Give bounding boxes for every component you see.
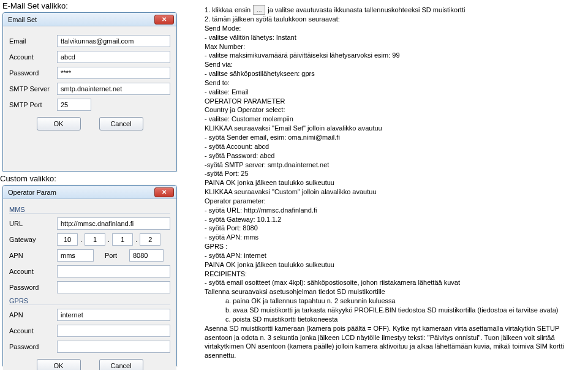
gprs-apn-label: APN <box>9 311 57 319</box>
instruction-line: 2. tämän jälkeen syötä taulukkoon seuraa… <box>205 15 584 24</box>
divider <box>9 213 170 214</box>
close-icon[interactable]: ✕ <box>154 187 174 197</box>
instruction-line: - syötä APN: internet <box>205 251 584 260</box>
ok-button[interactable]: OK <box>37 359 81 370</box>
instruction-line: b. avaa SD muistikortti ja tarkasta näky… <box>225 306 584 315</box>
dialog-title: Email Set <box>8 16 154 23</box>
email-field[interactable]: ttalvikunnas@gmail.com <box>57 35 170 47</box>
gprs-apn-field[interactable]: internet <box>57 309 170 321</box>
instruction-line: KLIKKAA seuraavaksi "Custom" jolloin ala… <box>205 187 584 197</box>
instruction-line: - valitse maksimikuvamäärä päivittäiseks… <box>205 51 584 60</box>
instruction-line: - syötä Sender email, esim: oma.nimi@mai… <box>205 133 584 142</box>
instruction-line: Send to: <box>205 78 584 88</box>
cancel-button[interactable]: Cancel <box>99 117 143 130</box>
cancel-button[interactable]: Cancel <box>99 359 143 370</box>
instruction-line: - syötä Gateway: 10.1.1.2 <box>205 215 584 224</box>
gateway-seg2[interactable]: 1 <box>85 233 105 246</box>
divider <box>9 304 170 305</box>
port-field[interactable]: 8080 <box>129 249 164 262</box>
mms-account-field[interactable] <box>57 265 170 278</box>
instruction-line: - syötä URL: http://mmsc.dnafinland.fi <box>205 206 584 215</box>
settings-button-icon: … <box>253 5 265 15</box>
gprs-account-field[interactable] <box>57 325 170 337</box>
titlebar: Operator Param ✕ <box>3 186 176 199</box>
instruction-line: - syötä Account: abcd <box>205 142 584 151</box>
instruction-line: Operator parameter: <box>205 197 584 206</box>
instruction-line: PAINA OK jonka jälkeen taulukko sulkeutu… <box>205 260 584 270</box>
instruction-line: KLIKKAA seuraavaksi "Email Set" jolloin … <box>205 124 584 133</box>
instruction-line: GPRS : <box>205 242 584 251</box>
instruction-line: - valitse sähköpostilähetykseen: gprs <box>205 69 584 78</box>
dot: . <box>135 236 137 243</box>
account-label: Account <box>9 268 57 275</box>
mms-group-header: MMS <box>9 206 170 213</box>
smtp-port-label: SMTP Port <box>9 101 57 108</box>
gateway-seg3[interactable]: 1 <box>112 233 133 246</box>
dialog-title: Operator Param <box>8 189 154 196</box>
instruction-line: Send Mode: <box>205 24 584 33</box>
ok-button[interactable]: OK <box>37 117 81 130</box>
dot: . <box>108 236 110 243</box>
password-label: Password <box>9 284 57 291</box>
titlebar: Email Set ✕ <box>3 13 176 26</box>
url-label: URL <box>9 220 57 227</box>
password-field[interactable]: **** <box>57 67 170 79</box>
gprs-account-label: Account <box>9 327 57 334</box>
account-field[interactable]: abcd <box>57 51 170 63</box>
email-label: Email <box>9 37 57 45</box>
instruction-line: Tallenna seuraavaksi asetusohjelman tied… <box>205 287 584 296</box>
gprs-password-field[interactable] <box>57 341 170 353</box>
instruction-line: c. poista SD muistikortti tietokoneesta <box>225 315 584 324</box>
instruction-line: - valitse: Customer molempiin <box>205 115 584 124</box>
instruction-line: a. paina OK ja tallennus tapahtuu n. 2 s… <box>225 296 584 306</box>
instruction-line: Max Number: <box>205 42 584 51</box>
instruction-line: - valitse: Email <box>205 88 584 97</box>
instruction-line: -syötä Port: 25 <box>205 169 584 178</box>
instruction-line: -syötä SMTP server: smtp.dnainternet.net <box>205 160 584 170</box>
instruction-line: - syötä APN: mms <box>205 233 584 242</box>
instructions-panel: 1. klikkaa ensin … ja valitse avautuvast… <box>205 5 584 360</box>
instruction-line: - syötä Port: 8080 <box>205 224 584 233</box>
apn-label: APN <box>9 252 57 259</box>
instruction-line: 1. klikkaa ensin … ja valitse avautuvast… <box>205 5 584 15</box>
smtp-port-field[interactable]: 25 <box>57 99 91 111</box>
text: 1. klikkaa ensin <box>205 6 251 15</box>
text: ja valitse avautuvasta ikkunasta tallenn… <box>268 6 465 15</box>
operator-param-dialog: Operator Param ✕ MMS URL http://mmsc.dna… <box>2 185 177 366</box>
instruction-line: RECIPIENTS: <box>205 270 584 279</box>
instruction-line: PAINA OK jonka jälkeen taulukko sulkeutu… <box>205 178 584 187</box>
smtp-server-label: SMTP Server <box>9 85 57 92</box>
custom-heading: Custom valikko: <box>0 174 56 183</box>
url-field[interactable]: http://mmsc.dnafinland.fi <box>57 217 170 230</box>
instruction-line: OPERATOR PARAMETER <box>205 97 584 106</box>
gateway-label: Gateway <box>9 236 57 243</box>
password-label: Password <box>9 69 57 77</box>
instruction-line: - valitse välitön lähetys: Instant <box>205 33 584 42</box>
account-label: Account <box>9 53 57 61</box>
gprs-password-label: Password <box>9 343 57 350</box>
instruction-line: - syötä email osoitteet (max 4kpl): sähk… <box>205 278 584 287</box>
apn-field[interactable]: mms <box>57 249 94 262</box>
gateway-seg1[interactable]: 10 <box>57 233 78 246</box>
mms-password-field[interactable] <box>57 281 170 293</box>
gprs-group-header: GPRS <box>9 297 170 304</box>
instruction-paragraph: Asenna SD muistikortti kameraan (kamera … <box>205 324 584 360</box>
dot: . <box>80 236 82 243</box>
instruction-line: Country ja Operator select: <box>205 105 584 115</box>
gateway-seg4[interactable]: 2 <box>140 233 160 246</box>
email-set-heading: E-Mail Set valikko: <box>2 1 68 10</box>
port-label: Port <box>105 252 129 259</box>
close-icon[interactable]: ✕ <box>154 15 174 25</box>
smtp-server-field[interactable]: smtp.dnainternet.net <box>57 83 170 95</box>
instruction-line: - syötä Password: abcd <box>205 151 584 160</box>
email-set-dialog: Email Set ✕ Email ttalvikunnas@gmail.com… <box>2 12 177 172</box>
instruction-line: Send via: <box>205 60 584 69</box>
